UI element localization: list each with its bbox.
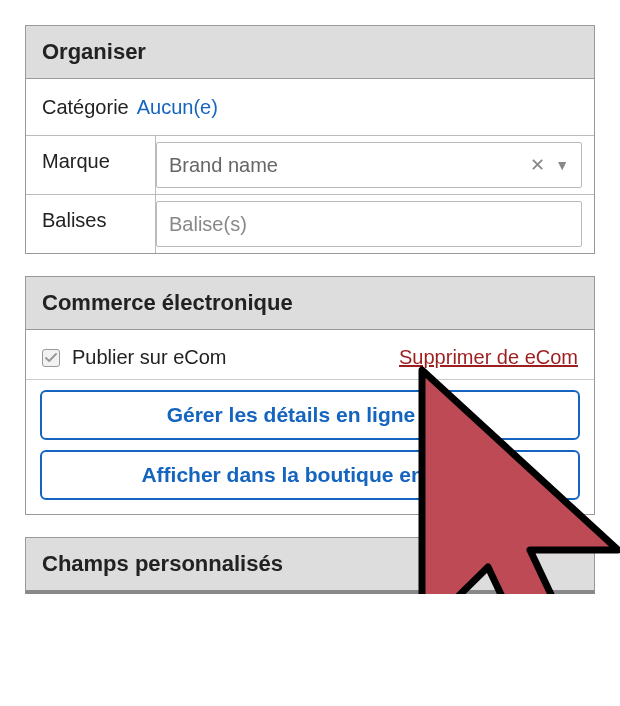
tags-label: Balises [26, 195, 156, 253]
manage-online-label: Gérer les détails en ligne [167, 403, 416, 427]
view-in-shop-button[interactable]: Afficher dans la boutique en ligne [40, 450, 580, 500]
custom-fields-panel: Champs personnalisés [25, 537, 595, 594]
custom-fields-header: Champs personnalisés [26, 538, 594, 590]
tags-row: Balises [26, 194, 594, 253]
organize-panel: Organiser Catégorie Aucun(e) Marque Bran… [25, 25, 595, 254]
publish-checkbox[interactable] [42, 349, 60, 367]
brand-select[interactable]: Brand name ✕ ▼ [156, 142, 582, 188]
chevron-down-icon: ▼ [555, 157, 569, 173]
ecom-panel: Commerce électronique Publier sur eCom S… [25, 276, 595, 515]
external-link-icon [431, 401, 453, 428]
ecom-publish-row: Publier sur eCom Supprimer de eCom [40, 344, 580, 379]
organize-header: Organiser [26, 26, 594, 79]
delete-ecom-link[interactable]: Supprimer de eCom [399, 346, 578, 369]
tags-input[interactable] [156, 201, 582, 247]
category-link[interactable]: Aucun(e) [137, 96, 218, 119]
publish-label: Publier sur eCom [72, 346, 227, 369]
clear-icon[interactable]: ✕ [530, 154, 545, 176]
brand-label: Marque [26, 136, 156, 194]
brand-value: Brand name [169, 154, 520, 177]
ecom-header: Commerce électronique [26, 277, 594, 330]
brand-row: Marque Brand name ✕ ▼ [26, 135, 594, 194]
view-in-shop-label: Afficher dans la boutique en ligne [141, 463, 478, 487]
manage-online-button[interactable]: Gérer les détails en ligne [40, 390, 580, 440]
category-label: Catégorie [42, 96, 129, 119]
category-row: Catégorie Aucun(e) [26, 79, 594, 135]
check-icon [45, 352, 57, 364]
